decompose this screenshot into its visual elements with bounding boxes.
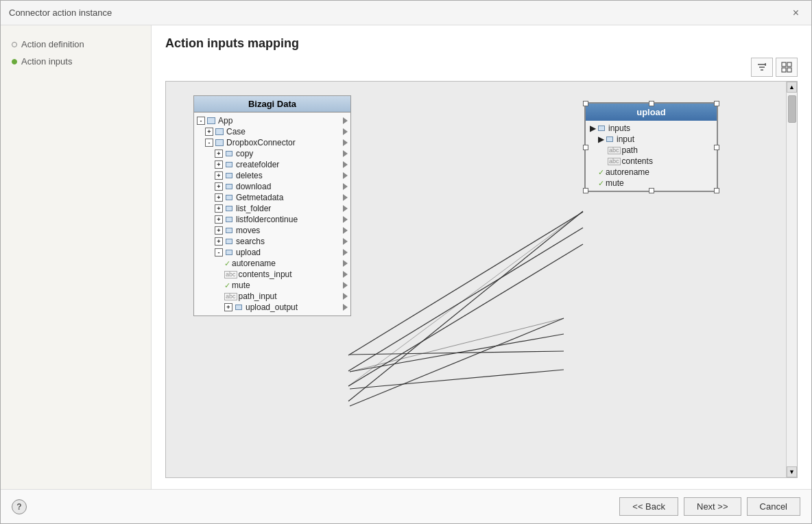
tree-label-searchs: searchs: [236, 237, 265, 246]
expand-app[interactable]: -: [197, 117, 205, 125]
layout-button[interactable]: [776, 58, 798, 77]
tree-item-getmetadata[interactable]: + Getmetadata: [194, 192, 350, 203]
expand-upload[interactable]: -: [215, 248, 223, 257]
check-icon-mute: ✓: [224, 281, 230, 290]
entity-icon-getmetadata: [224, 193, 234, 202]
expand-upload-output[interactable]: +: [224, 303, 232, 311]
tree-label-path-input: path_input: [239, 291, 277, 301]
cancel-button[interactable]: Cancel: [747, 497, 800, 516]
tree-item-dropboxconnector[interactable]: - DropboxConnector: [194, 137, 350, 148]
tree-item-list-folder[interactable]: + list_folder: [194, 203, 350, 214]
arrow-autorename: [343, 260, 348, 267]
expand-dropboxconnector[interactable]: -: [205, 139, 213, 147]
tree-item-copy[interactable]: + copy: [194, 148, 350, 159]
expand-createfolder[interactable]: +: [215, 160, 223, 169]
expand-deletes[interactable]: +: [215, 171, 223, 180]
tree-item-createfolder[interactable]: + createfolder: [194, 159, 350, 170]
sidebar-item-action-inputs[interactable]: Action inputs: [12, 56, 140, 67]
handle-tl[interactable]: [583, 101, 588, 106]
close-button[interactable]: ×: [789, 6, 803, 20]
scrollbar[interactable]: ▲ ▼: [786, 82, 797, 477]
handle-tc[interactable]: [649, 101, 654, 106]
handle-br[interactable]: [714, 188, 719, 193]
handle-ml[interactable]: [583, 145, 588, 150]
svg-line-10: [350, 334, 564, 372]
tree-item-listfoldercontinue[interactable]: + listfoldercontinue: [194, 214, 350, 225]
toolbar: [165, 58, 798, 77]
svg-line-11: [350, 351, 564, 355]
sidebar-item-action-definition[interactable]: Action definition: [12, 39, 140, 49]
footer: ? << Back Next >> Cancel: [1, 489, 811, 523]
tree-item-download[interactable]: + download: [194, 181, 350, 192]
tree-header: Bizagi Data: [194, 96, 350, 112]
back-button[interactable]: << Back: [619, 497, 678, 516]
tree-item-moves[interactable]: + moves: [194, 225, 350, 236]
content-area: Action definition Action inputs Action i…: [1, 25, 811, 489]
upload-tree-item-inputs[interactable]: ▶ inputs: [588, 123, 714, 134]
entity-icon-listfoldercontinue: [224, 215, 234, 224]
svg-line-14: [348, 212, 583, 355]
tree-item-case[interactable]: + Case: [194, 126, 350, 137]
handle-bl[interactable]: [583, 188, 588, 193]
help-button[interactable]: ?: [12, 499, 27, 514]
scroll-thumb[interactable]: [788, 95, 796, 123]
svg-rect-6: [787, 62, 791, 67]
next-button[interactable]: Next >>: [684, 497, 741, 516]
entity-icon-moves: [224, 226, 234, 235]
arrow-moves: [343, 227, 348, 234]
expand-input: ▶: [598, 134, 605, 144]
title-bar: Connector action instance ×: [1, 1, 811, 25]
scroll-up[interactable]: ▲: [787, 82, 797, 93]
expand-list-folder[interactable]: +: [215, 204, 223, 213]
tree-item-upload-output[interactable]: + upload_output: [194, 302, 350, 313]
tree-item-contents-input[interactable]: abc contents_input: [194, 269, 350, 280]
entity-icon-list-folder: [224, 204, 234, 213]
tree-label-list-folder: list_folder: [236, 204, 271, 213]
filter-button[interactable]: [751, 58, 773, 77]
sidebar-label-action-definition: Action definition: [21, 39, 84, 49]
canvas-content: Bizagi Data - App +: [166, 82, 786, 477]
upload-tree-item-mute[interactable]: ✓ mute: [588, 178, 714, 189]
tree-item-path-input[interactable]: abc path_input: [194, 291, 350, 302]
arrow-case: [343, 128, 348, 135]
abc-icon-contents-input: abc: [224, 271, 237, 278]
arrow-app: [343, 117, 348, 124]
tree-label-app: App: [218, 116, 232, 126]
handle-bc[interactable]: [649, 188, 654, 193]
expand-searchs[interactable]: +: [215, 237, 223, 246]
expand-case[interactable]: +: [205, 128, 213, 136]
handle-tr[interactable]: [714, 101, 719, 106]
entity-icon-case: [215, 128, 224, 136]
expand-listfoldercontinue[interactable]: +: [215, 215, 223, 224]
entity-icon-createfolder: [224, 160, 234, 169]
svg-line-18: [348, 211, 583, 386]
tree-item-mute[interactable]: ✓ mute: [194, 280, 350, 291]
abc-icon-path-input: abc: [224, 293, 237, 300]
upload-tree-item-autorename[interactable]: ✓ autorename: [588, 167, 714, 178]
arrow-searchs: [343, 238, 348, 245]
upload-tree-item-contents[interactable]: abc contents: [588, 156, 714, 167]
filter-icon: [756, 62, 767, 73]
expand-getmetadata[interactable]: +: [215, 193, 223, 202]
scroll-down[interactable]: ▼: [787, 466, 797, 477]
tree-item-upload[interactable]: - upload: [194, 247, 350, 258]
sidebar-bullet-action-definition: [12, 42, 17, 47]
upload-tree-item-input[interactable]: ▶ input: [588, 134, 714, 145]
arrow-mute: [343, 282, 348, 289]
tree-item-deletes[interactable]: + deletes: [194, 170, 350, 181]
tree-item-autorename[interactable]: ✓ autorename: [194, 258, 350, 269]
tree-label-download: download: [236, 182, 271, 191]
tree-item-searchs[interactable]: + searchs: [194, 236, 350, 247]
entity-icon-inputs: [597, 124, 606, 132]
tree-item-app[interactable]: - App: [194, 115, 350, 126]
tree-label-copy: copy: [236, 149, 253, 158]
handle-mr[interactable]: [714, 145, 719, 150]
main-panel: Action inputs mapping: [152, 25, 811, 489]
arrow-listfoldercontinue: [343, 216, 348, 223]
expand-moves[interactable]: +: [215, 226, 223, 235]
upload-tree-item-path[interactable]: abc path: [588, 145, 714, 156]
expand-download[interactable]: +: [215, 182, 223, 191]
footer-right: << Back Next >> Cancel: [619, 497, 800, 516]
entity-icon-upload-output: [234, 303, 243, 311]
expand-copy[interactable]: +: [215, 150, 223, 158]
